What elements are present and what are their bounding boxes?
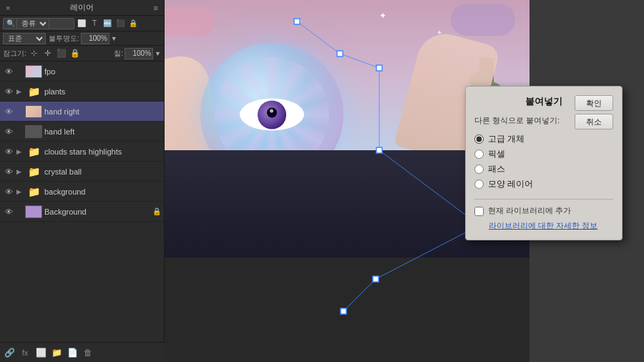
layer-item[interactable]: 👁 ▶ 📁 plants xyxy=(0,82,164,102)
expand-icon[interactable]: ▶ xyxy=(14,187,23,196)
layer-thumbnail xyxy=(25,65,42,78)
shape-filter-icon[interactable]: ⬛ xyxy=(114,18,126,29)
bottom-toolbar: 🔗 fx ⬜ 📁 📄 🗑 xyxy=(0,342,165,362)
cancel-button[interactable]: 취소 xyxy=(575,114,613,129)
close-icon[interactable]: × xyxy=(6,4,10,12)
paste-options: 고급 개체 픽셀 패스 모양 레이어 xyxy=(474,132,613,192)
sparkle-2: ✦ xyxy=(379,11,386,21)
layer-item-selected[interactable]: 👁 hand right xyxy=(0,102,164,122)
option-path[interactable]: 패스 xyxy=(474,162,613,177)
option-shape-layer-label: 모양 레이어 xyxy=(488,178,533,190)
smartobject-filter-icon[interactable]: 🔒 xyxy=(127,18,139,29)
layer-name: hand right xyxy=(44,107,161,116)
library-checkbox-row: 현재 라이브러리에 추가 xyxy=(474,205,613,216)
radio-smart-object[interactable] xyxy=(474,134,484,144)
fill-box: 칠: ▼ xyxy=(114,48,161,59)
library-info-link[interactable]: 라이브러리에 대한 자세한 정보 xyxy=(489,220,613,231)
option-pixels[interactable]: 픽셀 xyxy=(474,147,613,162)
search-icon: 🔍 xyxy=(6,19,15,27)
layer-thumbnail: 📁 xyxy=(25,165,42,178)
visibility-icon[interactable]: 👁 xyxy=(3,146,14,157)
mask-icon[interactable]: ⬜ xyxy=(34,346,47,359)
option-path-label: 패스 xyxy=(488,163,505,175)
group-icon[interactable]: 📁 xyxy=(50,346,63,359)
expand-icon[interactable]: ▶ xyxy=(14,167,23,176)
blend-mode-select[interactable]: 표준 xyxy=(3,33,46,44)
adjustment-filter-icon[interactable]: T xyxy=(89,18,100,29)
cloud-left xyxy=(165,7,215,36)
radio-shape-layer[interactable] xyxy=(474,180,484,189)
fill-label: 칠: xyxy=(114,49,123,59)
option-shape-layer[interactable]: 모양 레이어 xyxy=(474,177,613,192)
below-artwork xyxy=(165,258,530,362)
tools-row: 잠그기: ⊹ ✛ ⬛ 🔒 칠: ▼ xyxy=(0,46,164,62)
visibility-icon[interactable]: 👁 xyxy=(3,186,14,197)
layer-thumbnail: 📁 xyxy=(25,85,42,98)
option-smart-object[interactable]: 고급 개체 xyxy=(474,132,613,147)
radio-pixels[interactable] xyxy=(474,150,484,159)
layer-item[interactable]: 👁 ▶ 📁 crystal ball xyxy=(0,162,164,182)
expand-icon[interactable] xyxy=(14,207,23,216)
lock-artboard-icon[interactable]: ⬛ xyxy=(56,48,67,59)
search-row: 🔍 종류 ⬜ T 🔤 ⬛ 🔒 xyxy=(0,16,164,31)
expand-icon[interactable] xyxy=(14,67,23,76)
sparkle-1: ✦ xyxy=(293,14,303,28)
panel-title: 레이어 xyxy=(70,2,94,13)
ok-button[interactable]: 확인 xyxy=(575,95,613,111)
lock-move-icon[interactable]: ✛ xyxy=(42,48,54,59)
dialog-divider xyxy=(474,199,613,200)
visibility-icon[interactable]: 👁 xyxy=(3,166,14,177)
layer-item[interactable]: 👁 fpo xyxy=(0,62,164,82)
visibility-icon[interactable]: 👁 xyxy=(3,126,14,137)
visibility-icon[interactable]: 👁 xyxy=(3,66,14,77)
delete-layer-icon[interactable]: 🗑 xyxy=(82,346,94,359)
new-layer-icon[interactable]: 📄 xyxy=(66,346,79,359)
layer-thumbnail xyxy=(25,205,42,218)
lock-label: 잠그기: xyxy=(3,49,26,59)
radio-path[interactable] xyxy=(474,165,484,174)
layer-name: Background xyxy=(44,207,152,216)
dialog-buttons: 확인 취소 xyxy=(575,95,613,129)
lock-icon: 🔒 xyxy=(152,207,161,215)
opacity-dropdown-icon[interactable]: ▼ xyxy=(111,35,117,42)
layer-name: clouds stars highlights xyxy=(44,147,161,156)
kind-filter-select[interactable]: 종류 xyxy=(16,18,49,29)
visibility-icon[interactable]: 👁 xyxy=(3,206,14,217)
add-to-library-label: 현재 라이브러리에 추가 xyxy=(488,205,571,216)
cloud-right xyxy=(451,4,515,36)
layers-list: 👁 fpo 👁 ▶ 📁 plants 👁 hand right 👁 h xyxy=(0,62,164,326)
layer-name: crystal ball xyxy=(44,167,161,176)
fx-icon[interactable]: fx xyxy=(19,346,31,359)
layers-panel: × 레이어 ≡ 🔍 종류 ⬜ T 🔤 ⬛ 🔒 표준 불투명도: ▼ 잠그기: ⊹… xyxy=(0,0,165,362)
option-smart-object-label: 고급 개체 xyxy=(488,133,525,145)
visibility-icon[interactable]: 👁 xyxy=(3,86,14,97)
fill-dropdown-icon[interactable]: ▼ xyxy=(155,50,161,57)
expand-icon[interactable]: ▶ xyxy=(14,87,23,96)
layer-name: background xyxy=(44,187,161,196)
opacity-label: 불투명도: xyxy=(49,34,79,44)
expand-icon[interactable] xyxy=(14,127,23,136)
lock-position-icon[interactable]: ⊹ xyxy=(29,48,40,59)
layer-item[interactable]: 👁 ▶ 📁 clouds stars highlights xyxy=(0,142,164,162)
layer-item-background[interactable]: 👁 Background 🔒 xyxy=(0,202,164,222)
visibility-icon[interactable]: 👁 xyxy=(3,106,14,117)
search-box[interactable]: 🔍 종류 xyxy=(3,18,74,29)
type-filter-icon[interactable]: 🔤 xyxy=(102,18,113,29)
option-pixels-label: 픽셀 xyxy=(488,148,505,160)
fill-input[interactable] xyxy=(125,48,153,59)
layer-thumbnail xyxy=(25,125,42,138)
layer-item[interactable]: 👁 ▶ 📁 background xyxy=(0,182,164,202)
expand-icon[interactable]: ▶ xyxy=(14,147,23,156)
pixel-filter-icon[interactable]: ⬜ xyxy=(76,18,87,29)
add-to-library-checkbox[interactable] xyxy=(474,207,484,216)
link-icon[interactable]: 🔗 xyxy=(3,346,16,359)
layer-name: plants xyxy=(44,87,161,96)
layer-item[interactable]: 👁 hand left xyxy=(0,122,164,142)
opacity-input[interactable] xyxy=(81,33,109,44)
layer-name: hand left xyxy=(44,127,161,136)
layer-thumbnail: 📁 xyxy=(25,145,42,158)
blend-row: 표준 불투명도: ▼ xyxy=(0,31,164,46)
panel-menu-icon[interactable]: ≡ xyxy=(154,4,158,12)
lock-all-icon[interactable]: 🔒 xyxy=(69,48,81,59)
expand-icon[interactable] xyxy=(14,107,23,116)
